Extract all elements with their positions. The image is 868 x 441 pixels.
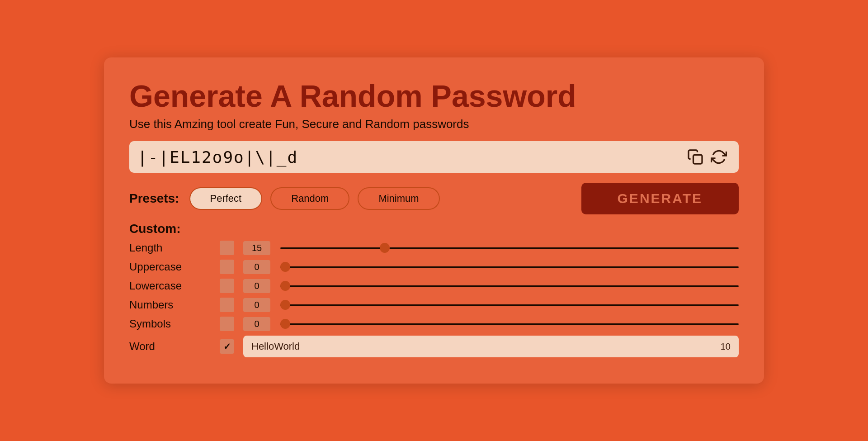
option-row-symbols: Symbols 0 bbox=[129, 317, 739, 331]
option-name-symbols: Symbols bbox=[129, 318, 220, 330]
generate-button[interactable]: GENERATE bbox=[581, 183, 739, 214]
option-name-length: Length bbox=[129, 242, 220, 254]
word-input[interactable] bbox=[251, 341, 721, 352]
page-subtitle: Use this Amzing tool create Fun, Secure … bbox=[129, 117, 739, 131]
slider-lowercase[interactable] bbox=[280, 285, 739, 287]
slider-container-uppercase bbox=[280, 266, 739, 268]
slider-container-lowercase bbox=[280, 285, 739, 287]
checkbox-uppercase[interactable] bbox=[220, 260, 234, 274]
slider-symbols[interactable] bbox=[280, 323, 739, 325]
option-row-lowercase: Lowercase 0 bbox=[129, 279, 739, 293]
value-numbers: 0 bbox=[243, 298, 270, 312]
checkbox-word[interactable]: ✓ bbox=[220, 339, 234, 354]
slider-numbers[interactable] bbox=[280, 304, 739, 306]
slider-uppercase[interactable] bbox=[280, 266, 739, 268]
preset-perfect-button[interactable]: Perfect bbox=[189, 187, 263, 210]
password-display-row: |-|EL12o9o|\|_d bbox=[129, 141, 739, 173]
value-lowercase: 0 bbox=[243, 279, 270, 293]
preset-random-button[interactable]: Random bbox=[270, 187, 349, 210]
value-length: 15 bbox=[243, 241, 270, 255]
checkbox-symbols[interactable] bbox=[220, 317, 234, 331]
option-row-numbers: Numbers 0 bbox=[129, 298, 739, 312]
refresh-button[interactable] bbox=[707, 145, 731, 169]
option-row-word: Word ✓ 10 bbox=[129, 336, 739, 357]
copy-icon bbox=[687, 149, 703, 165]
slider-container-numbers bbox=[280, 304, 739, 306]
preset-buttons-group: Perfect Random Minimum bbox=[189, 187, 569, 210]
slider-length[interactable] bbox=[280, 247, 739, 249]
option-name-uppercase: Uppercase bbox=[129, 261, 220, 273]
option-name-word: Word bbox=[129, 340, 220, 353]
option-row-length: Length 15 bbox=[129, 241, 739, 255]
option-row-uppercase: Uppercase 0 bbox=[129, 260, 739, 274]
refresh-icon bbox=[711, 149, 727, 165]
value-symbols: 0 bbox=[243, 317, 270, 331]
presets-label: Presets: bbox=[129, 191, 179, 206]
presets-section: Presets: Perfect Random Minimum GENERATE bbox=[129, 183, 739, 214]
copy-button[interactable] bbox=[684, 145, 707, 169]
checkbox-lowercase[interactable] bbox=[220, 279, 234, 293]
checkbox-numbers[interactable] bbox=[220, 298, 234, 312]
value-uppercase: 0 bbox=[243, 260, 270, 274]
page-title: Generate A Random Password bbox=[129, 79, 739, 113]
password-output: |-|EL12o9o|\|_d bbox=[137, 148, 684, 166]
checkbox-length[interactable] bbox=[220, 241, 234, 255]
password-generator-card: Generate A Random Password Use this Amzi… bbox=[104, 57, 764, 384]
svg-rect-0 bbox=[693, 155, 703, 164]
option-name-numbers: Numbers bbox=[129, 299, 220, 311]
custom-label: Custom: bbox=[129, 222, 739, 236]
slider-container-length bbox=[280, 247, 739, 249]
slider-container-symbols bbox=[280, 323, 739, 325]
option-name-lowercase: Lowercase bbox=[129, 280, 220, 292]
word-count: 10 bbox=[721, 341, 731, 352]
checkmark-icon: ✓ bbox=[223, 341, 231, 352]
preset-minimum-button[interactable]: Minimum bbox=[358, 187, 439, 210]
word-input-container: 10 bbox=[243, 336, 739, 357]
